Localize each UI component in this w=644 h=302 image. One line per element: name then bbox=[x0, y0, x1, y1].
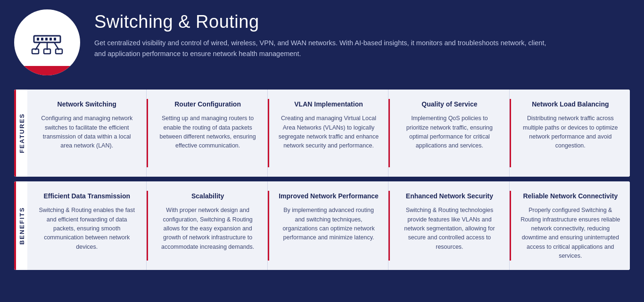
feature-title-5: Network Load Balancing bbox=[520, 100, 620, 108]
svg-rect-2 bbox=[41, 38, 43, 41]
feature-title-3: VLAN Implementation bbox=[279, 100, 379, 108]
header-section: Switching & Routing Get centralized visi… bbox=[14, 9, 630, 75]
benefits-label: Benefits bbox=[18, 207, 25, 245]
features-cards: Network Switching Configuring and managi… bbox=[27, 90, 630, 177]
network-switch-icon bbox=[28, 23, 66, 62]
page-title: Switching & Routing bbox=[94, 12, 630, 32]
benefit-title-1: Efficient Data Transmission bbox=[37, 192, 137, 200]
benefit-title-4: Enhanced Network Security bbox=[399, 192, 499, 200]
benefit-title-3: Improved Network Performance bbox=[279, 192, 379, 200]
feature-desc-2: Setting up and managing routers to enabl… bbox=[157, 114, 257, 151]
feature-title-2: Router Configuration bbox=[157, 100, 257, 108]
benefit-card-3: Improved Network Performance By implemen… bbox=[269, 181, 388, 270]
benefit-desc-1: Switching & Routing enables the fast and… bbox=[37, 206, 137, 252]
svg-rect-4 bbox=[50, 38, 52, 41]
benefits-section: Benefits Efficient Data Transmission Swi… bbox=[14, 181, 630, 270]
svg-rect-1 bbox=[37, 38, 39, 41]
benefit-card-5: Reliable Network Connectivity Properly c… bbox=[511, 181, 630, 270]
feature-title-1: Network Switching bbox=[37, 100, 137, 108]
benefit-desc-2: With proper network design and configura… bbox=[157, 206, 257, 252]
feature-title-4: Quality of Service bbox=[399, 100, 499, 108]
benefits-cards: Efficient Data Transmission Switching & … bbox=[27, 181, 630, 270]
feature-desc-5: Distributing network traffic across mult… bbox=[520, 114, 620, 151]
svg-rect-3 bbox=[45, 38, 48, 41]
feature-card-2: Router Configuration Setting up and mana… bbox=[148, 90, 267, 177]
benefit-card-2: Scalability With proper network design a… bbox=[148, 181, 267, 270]
benefit-desc-3: By implementing advanced routing and swi… bbox=[279, 206, 379, 243]
features-label: Features bbox=[18, 113, 25, 153]
page-wrapper: Switching & Routing Get centralized visi… bbox=[0, 0, 644, 284]
benefit-title-5: Reliable Network Connectivity bbox=[520, 192, 620, 200]
benefit-card-4: Enhanced Network Security Switching & Ro… bbox=[390, 181, 509, 270]
feature-card-4: Quality of Service Implementing QoS poli… bbox=[390, 90, 509, 177]
logo-circle bbox=[14, 9, 80, 75]
benefit-desc-4: Switching & Routing technologies provide… bbox=[399, 206, 499, 252]
feature-card-3: VLAN Implementation Creating and managin… bbox=[269, 90, 388, 177]
header-text: Switching & Routing Get centralized visi… bbox=[94, 9, 630, 59]
benefit-desc-5: Properly configured Switching & Routing … bbox=[520, 206, 620, 261]
benefits-label-bar: Benefits bbox=[14, 181, 27, 270]
features-section: Features Network Switching Configuring a… bbox=[14, 90, 630, 177]
feature-desc-4: Implementing QoS policies to prioritize … bbox=[399, 114, 499, 151]
feature-desc-1: Configuring and managing network switche… bbox=[37, 114, 137, 151]
feature-card-1: Network Switching Configuring and managi… bbox=[27, 90, 147, 177]
features-label-bar: Features bbox=[14, 90, 27, 177]
feature-card-5: Network Load Balancing Distributing netw… bbox=[511, 90, 630, 177]
feature-desc-3: Creating and managing Virtual Local Area… bbox=[279, 114, 379, 151]
svg-rect-5 bbox=[54, 38, 56, 41]
benefit-card-1: Efficient Data Transmission Switching & … bbox=[27, 181, 147, 270]
benefit-title-2: Scalability bbox=[157, 192, 257, 200]
header-description: Get centralized visibility and control o… bbox=[94, 38, 556, 59]
